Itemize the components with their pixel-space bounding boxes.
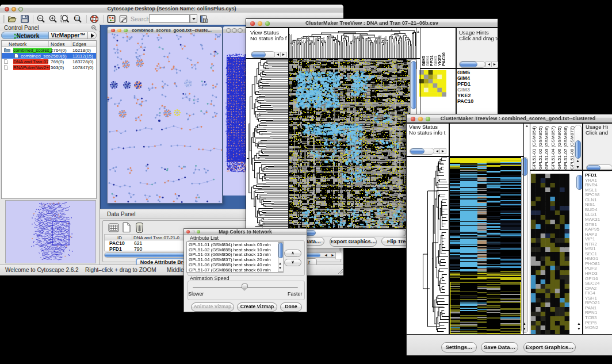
svg-text:B: B bbox=[205, 20, 206, 22]
svg-text:1:1: 1:1 bbox=[75, 17, 79, 20]
